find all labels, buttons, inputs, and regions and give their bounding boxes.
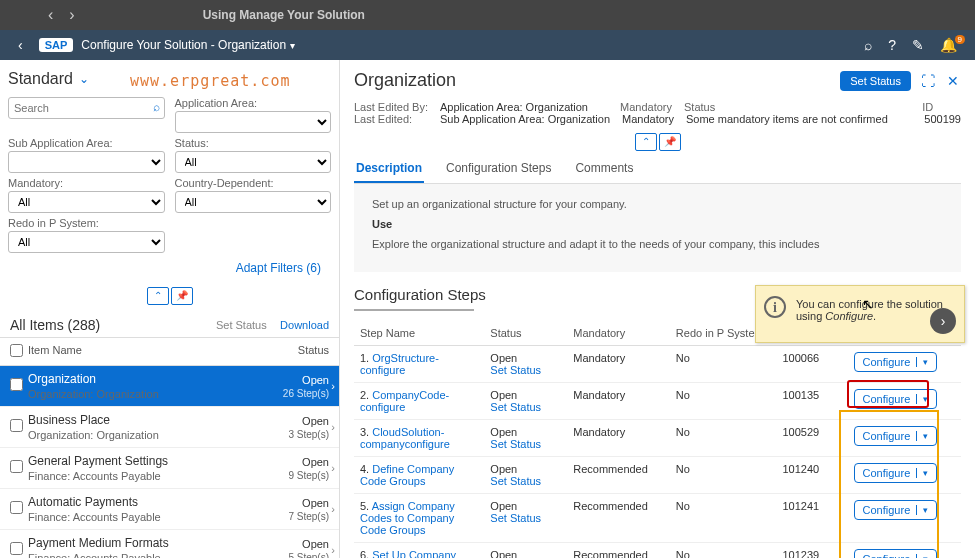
meta-label: Status bbox=[684, 101, 715, 113]
close-icon[interactable]: ✕ bbox=[945, 73, 961, 89]
list-item[interactable]: General Payment SettingsFinance: Account… bbox=[0, 448, 339, 489]
item-sub: Finance: Accounts Payable bbox=[28, 511, 288, 523]
item-sub: Organization: Organization bbox=[28, 388, 283, 400]
guide-title: Using Manage Your Solution bbox=[203, 8, 365, 22]
configure-button[interactable]: Configure▾ bbox=[854, 500, 938, 520]
chevron-down-icon[interactable]: ▾ bbox=[916, 431, 928, 441]
breadcrumb[interactable]: Configure Your Solution - Organization▾ bbox=[81, 38, 295, 52]
chevron-down-icon[interactable]: ▾ bbox=[916, 505, 928, 515]
variant-name[interactable]: Standard bbox=[8, 70, 73, 88]
set-status-button[interactable]: Set Status bbox=[840, 71, 911, 91]
row-checkbox[interactable] bbox=[10, 419, 23, 432]
step-status: OpenSet Status bbox=[484, 420, 567, 457]
list-item[interactable]: Automatic PaymentsFinance: Accounts Paya… bbox=[0, 489, 339, 530]
nav-back-icon[interactable]: ‹ bbox=[40, 6, 61, 24]
search-icon[interactable]: ⌕ bbox=[153, 100, 160, 114]
col-item-name: Item Name bbox=[28, 344, 269, 359]
chevron-down-icon[interactable]: ▾ bbox=[916, 394, 928, 404]
chevron-down-icon[interactable]: ▾ bbox=[916, 554, 928, 558]
collapse-up-icon[interactable]: ⌃ bbox=[635, 133, 657, 151]
step-redo: No bbox=[670, 494, 777, 543]
app-area-select[interactable] bbox=[175, 111, 332, 133]
search-input[interactable] bbox=[8, 97, 165, 119]
set-status-link[interactable]: Set Status bbox=[490, 401, 541, 413]
step-status: OpenSet Status bbox=[484, 346, 567, 383]
mandatory-select[interactable]: All bbox=[8, 191, 165, 213]
help-icon[interactable]: ? bbox=[880, 37, 904, 53]
notification-icon[interactable]: 🔔9 bbox=[932, 37, 965, 53]
next-arrow-icon[interactable]: › bbox=[930, 308, 956, 334]
step-redo: No bbox=[670, 457, 777, 494]
step-redo: No bbox=[670, 543, 777, 559]
tab-description[interactable]: Description bbox=[354, 155, 424, 183]
meta-value: Application Area: Organization bbox=[440, 101, 588, 113]
chevron-down-icon: ▾ bbox=[290, 40, 295, 51]
configure-button[interactable]: Configure▾ bbox=[854, 352, 938, 372]
item-sub: Finance: Accounts Payable bbox=[28, 552, 288, 558]
set-status-link[interactable]: Set Status bbox=[490, 438, 541, 450]
table-row: 4. Define Company Code Groups OpenSet St… bbox=[354, 457, 961, 494]
step-id: 101241 bbox=[776, 494, 847, 543]
search-icon[interactable]: ⌕ bbox=[856, 37, 880, 53]
list-item[interactable]: Business PlaceOrganization: Organization… bbox=[0, 407, 339, 448]
collapse-up-icon[interactable]: ⌃ bbox=[147, 287, 169, 305]
row-checkbox[interactable] bbox=[10, 542, 23, 555]
row-checkbox[interactable] bbox=[10, 378, 23, 391]
pin-icon[interactable]: 📌 bbox=[171, 287, 193, 305]
info-icon: i bbox=[764, 296, 786, 318]
set-status-link[interactable]: Set Status bbox=[490, 512, 541, 524]
col-step-name: Step Name bbox=[354, 321, 484, 346]
row-checkbox[interactable] bbox=[10, 460, 23, 473]
feedback-icon[interactable]: ✎ bbox=[904, 37, 932, 53]
cursor-icon: ↖ bbox=[862, 296, 874, 312]
meta-value: Some mandatory items are not confirmed bbox=[686, 113, 888, 125]
list-item[interactable]: Payment Medium FormatsFinance: Accounts … bbox=[0, 530, 339, 558]
tab-config-steps[interactable]: Configuration Steps bbox=[444, 155, 553, 183]
chevron-down-icon[interactable]: ⌄ bbox=[79, 72, 89, 86]
list-item[interactable]: OrganizationOrganization: Organization O… bbox=[0, 366, 339, 407]
sub-app-select[interactable] bbox=[8, 151, 165, 173]
step-name: 4. Define Company Code Groups bbox=[354, 457, 484, 494]
step-id: 101239 bbox=[776, 543, 847, 559]
row-checkbox[interactable] bbox=[10, 501, 23, 514]
chevron-right-icon: › bbox=[331, 544, 335, 556]
item-steps: 26 Step(s) bbox=[283, 388, 329, 399]
chevron-right-icon: › bbox=[331, 503, 335, 515]
tab-comments[interactable]: Comments bbox=[573, 155, 635, 183]
page-title: Organization bbox=[354, 70, 456, 91]
configure-button[interactable]: Configure▾ bbox=[854, 549, 938, 558]
step-status: OpenSet Status bbox=[484, 494, 567, 543]
description-text: Explore the organizational structure and… bbox=[372, 238, 943, 250]
nav-forward-icon[interactable]: › bbox=[61, 6, 82, 24]
chevron-down-icon[interactable]: ▾ bbox=[916, 468, 928, 478]
set-status-link[interactable]: Set Status bbox=[490, 475, 541, 487]
meta-value: Sub Application Area: Organization bbox=[440, 113, 610, 125]
adapt-filters-link[interactable]: Adapt Filters (6) bbox=[8, 257, 331, 279]
item-steps: 7 Step(s) bbox=[288, 511, 329, 522]
redo-select[interactable]: All bbox=[8, 231, 165, 253]
select-all-checkbox[interactable] bbox=[10, 344, 23, 357]
table-row: 2. CompanyCode-configure OpenSet Status … bbox=[354, 383, 961, 420]
download-link[interactable]: Download bbox=[280, 319, 329, 331]
step-status: OpenSet Status bbox=[484, 383, 567, 420]
configure-button[interactable]: Configure▾ bbox=[854, 426, 938, 446]
filter-label: Application Area: bbox=[175, 97, 332, 109]
set-status-link[interactable]: Set Status bbox=[490, 364, 541, 376]
configure-button[interactable]: Configure▾ bbox=[854, 389, 938, 409]
item-status: Open bbox=[288, 415, 329, 427]
country-select[interactable]: All bbox=[175, 191, 332, 213]
configure-button[interactable]: Configure▾ bbox=[854, 463, 938, 483]
step-id: 100135 bbox=[776, 383, 847, 420]
meta-value: Mandatory bbox=[622, 113, 674, 125]
item-title: Business Place bbox=[28, 413, 288, 427]
filter-label: Country-Dependent: bbox=[175, 177, 332, 189]
pin-icon[interactable]: 📌 bbox=[659, 133, 681, 151]
status-select[interactable]: All bbox=[175, 151, 332, 173]
item-sub: Finance: Accounts Payable bbox=[28, 470, 288, 482]
step-redo: No bbox=[670, 383, 777, 420]
fullscreen-icon[interactable]: ⛶ bbox=[919, 73, 937, 89]
chevron-down-icon[interactable]: ▾ bbox=[916, 357, 928, 367]
step-name: 6. Set Up Company Codes for Contract Acc… bbox=[354, 543, 484, 559]
shell-back-icon[interactable]: ‹ bbox=[10, 37, 31, 53]
table-row: 5. Assign Company Codes to Company Code … bbox=[354, 494, 961, 543]
